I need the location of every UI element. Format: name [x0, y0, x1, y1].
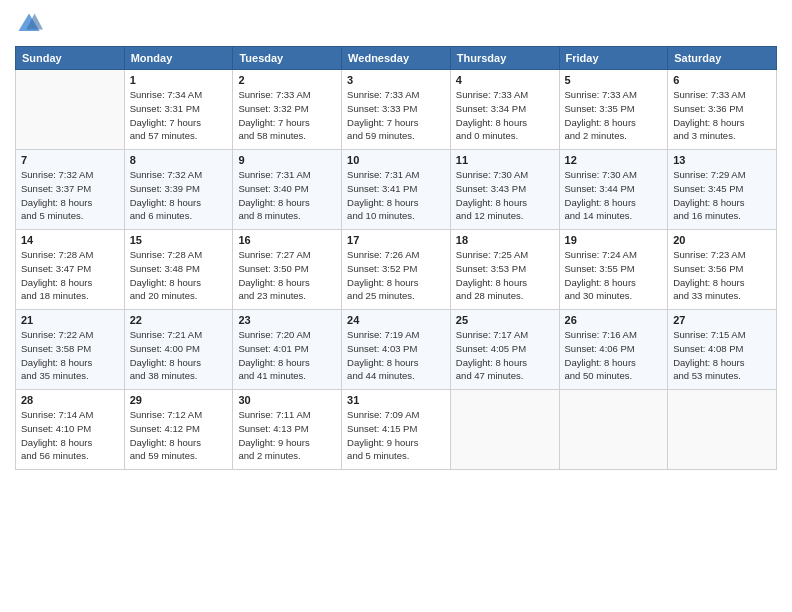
- calendar-cell: 16Sunrise: 7:27 AM Sunset: 3:50 PM Dayli…: [233, 230, 342, 310]
- day-number: 19: [565, 234, 663, 246]
- day-number: 27: [673, 314, 771, 326]
- day-number: 28: [21, 394, 119, 406]
- weekday-header-thursday: Thursday: [450, 47, 559, 70]
- day-number: 31: [347, 394, 445, 406]
- day-number: 13: [673, 154, 771, 166]
- day-number: 8: [130, 154, 228, 166]
- day-info: Sunrise: 7:34 AM Sunset: 3:31 PM Dayligh…: [130, 88, 228, 143]
- calendar-cell: [668, 390, 777, 470]
- day-number: 30: [238, 394, 336, 406]
- calendar-cell: 24Sunrise: 7:19 AM Sunset: 4:03 PM Dayli…: [342, 310, 451, 390]
- week-row-2: 7Sunrise: 7:32 AM Sunset: 3:37 PM Daylig…: [16, 150, 777, 230]
- calendar-cell: 17Sunrise: 7:26 AM Sunset: 3:52 PM Dayli…: [342, 230, 451, 310]
- calendar-cell: 3Sunrise: 7:33 AM Sunset: 3:33 PM Daylig…: [342, 70, 451, 150]
- weekday-header-friday: Friday: [559, 47, 668, 70]
- day-info: Sunrise: 7:33 AM Sunset: 3:33 PM Dayligh…: [347, 88, 445, 143]
- calendar-cell: 15Sunrise: 7:28 AM Sunset: 3:48 PM Dayli…: [124, 230, 233, 310]
- day-info: Sunrise: 7:27 AM Sunset: 3:50 PM Dayligh…: [238, 248, 336, 303]
- calendar-cell: [16, 70, 125, 150]
- calendar-cell: 31Sunrise: 7:09 AM Sunset: 4:15 PM Dayli…: [342, 390, 451, 470]
- day-info: Sunrise: 7:11 AM Sunset: 4:13 PM Dayligh…: [238, 408, 336, 463]
- day-number: 25: [456, 314, 554, 326]
- day-number: 20: [673, 234, 771, 246]
- calendar-cell: 25Sunrise: 7:17 AM Sunset: 4:05 PM Dayli…: [450, 310, 559, 390]
- calendar-cell: 5Sunrise: 7:33 AM Sunset: 3:35 PM Daylig…: [559, 70, 668, 150]
- day-number: 15: [130, 234, 228, 246]
- day-info: Sunrise: 7:24 AM Sunset: 3:55 PM Dayligh…: [565, 248, 663, 303]
- page-container: SundayMondayTuesdayWednesdayThursdayFrid…: [0, 0, 792, 612]
- day-info: Sunrise: 7:23 AM Sunset: 3:56 PM Dayligh…: [673, 248, 771, 303]
- day-info: Sunrise: 7:30 AM Sunset: 3:43 PM Dayligh…: [456, 168, 554, 223]
- calendar-cell: 9Sunrise: 7:31 AM Sunset: 3:40 PM Daylig…: [233, 150, 342, 230]
- day-number: 11: [456, 154, 554, 166]
- day-info: Sunrise: 7:14 AM Sunset: 4:10 PM Dayligh…: [21, 408, 119, 463]
- day-number: 3: [347, 74, 445, 86]
- day-info: Sunrise: 7:17 AM Sunset: 4:05 PM Dayligh…: [456, 328, 554, 383]
- calendar-cell: 6Sunrise: 7:33 AM Sunset: 3:36 PM Daylig…: [668, 70, 777, 150]
- day-info: Sunrise: 7:21 AM Sunset: 4:00 PM Dayligh…: [130, 328, 228, 383]
- calendar-cell: 23Sunrise: 7:20 AM Sunset: 4:01 PM Dayli…: [233, 310, 342, 390]
- logo-icon: [15, 10, 43, 38]
- day-info: Sunrise: 7:26 AM Sunset: 3:52 PM Dayligh…: [347, 248, 445, 303]
- calendar-cell: 13Sunrise: 7:29 AM Sunset: 3:45 PM Dayli…: [668, 150, 777, 230]
- day-info: Sunrise: 7:33 AM Sunset: 3:32 PM Dayligh…: [238, 88, 336, 143]
- day-info: Sunrise: 7:12 AM Sunset: 4:12 PM Dayligh…: [130, 408, 228, 463]
- day-info: Sunrise: 7:31 AM Sunset: 3:40 PM Dayligh…: [238, 168, 336, 223]
- week-row-3: 14Sunrise: 7:28 AM Sunset: 3:47 PM Dayli…: [16, 230, 777, 310]
- weekday-header-tuesday: Tuesday: [233, 47, 342, 70]
- day-number: 21: [21, 314, 119, 326]
- day-number: 7: [21, 154, 119, 166]
- day-info: Sunrise: 7:32 AM Sunset: 3:37 PM Dayligh…: [21, 168, 119, 223]
- day-info: Sunrise: 7:32 AM Sunset: 3:39 PM Dayligh…: [130, 168, 228, 223]
- weekday-header-sunday: Sunday: [16, 47, 125, 70]
- calendar-cell: 20Sunrise: 7:23 AM Sunset: 3:56 PM Dayli…: [668, 230, 777, 310]
- calendar-cell: 21Sunrise: 7:22 AM Sunset: 3:58 PM Dayli…: [16, 310, 125, 390]
- calendar-cell: 27Sunrise: 7:15 AM Sunset: 4:08 PM Dayli…: [668, 310, 777, 390]
- day-number: 22: [130, 314, 228, 326]
- day-info: Sunrise: 7:33 AM Sunset: 3:35 PM Dayligh…: [565, 88, 663, 143]
- day-number: 12: [565, 154, 663, 166]
- day-info: Sunrise: 7:22 AM Sunset: 3:58 PM Dayligh…: [21, 328, 119, 383]
- weekday-header-row: SundayMondayTuesdayWednesdayThursdayFrid…: [16, 47, 777, 70]
- day-info: Sunrise: 7:33 AM Sunset: 3:34 PM Dayligh…: [456, 88, 554, 143]
- calendar-cell: 4Sunrise: 7:33 AM Sunset: 3:34 PM Daylig…: [450, 70, 559, 150]
- calendar-cell: 7Sunrise: 7:32 AM Sunset: 3:37 PM Daylig…: [16, 150, 125, 230]
- day-number: 4: [456, 74, 554, 86]
- day-number: 16: [238, 234, 336, 246]
- week-row-4: 21Sunrise: 7:22 AM Sunset: 3:58 PM Dayli…: [16, 310, 777, 390]
- day-info: Sunrise: 7:25 AM Sunset: 3:53 PM Dayligh…: [456, 248, 554, 303]
- day-number: 29: [130, 394, 228, 406]
- calendar-cell: 19Sunrise: 7:24 AM Sunset: 3:55 PM Dayli…: [559, 230, 668, 310]
- calendar-cell: 29Sunrise: 7:12 AM Sunset: 4:12 PM Dayli…: [124, 390, 233, 470]
- day-info: Sunrise: 7:20 AM Sunset: 4:01 PM Dayligh…: [238, 328, 336, 383]
- calendar-cell: 10Sunrise: 7:31 AM Sunset: 3:41 PM Dayli…: [342, 150, 451, 230]
- calendar-cell: [559, 390, 668, 470]
- calendar-table: SundayMondayTuesdayWednesdayThursdayFrid…: [15, 46, 777, 470]
- calendar-cell: [450, 390, 559, 470]
- day-info: Sunrise: 7:30 AM Sunset: 3:44 PM Dayligh…: [565, 168, 663, 223]
- calendar-cell: 26Sunrise: 7:16 AM Sunset: 4:06 PM Dayli…: [559, 310, 668, 390]
- weekday-header-saturday: Saturday: [668, 47, 777, 70]
- calendar-cell: 2Sunrise: 7:33 AM Sunset: 3:32 PM Daylig…: [233, 70, 342, 150]
- calendar-cell: 11Sunrise: 7:30 AM Sunset: 3:43 PM Dayli…: [450, 150, 559, 230]
- week-row-1: 1Sunrise: 7:34 AM Sunset: 3:31 PM Daylig…: [16, 70, 777, 150]
- calendar-cell: 1Sunrise: 7:34 AM Sunset: 3:31 PM Daylig…: [124, 70, 233, 150]
- day-info: Sunrise: 7:28 AM Sunset: 3:48 PM Dayligh…: [130, 248, 228, 303]
- day-info: Sunrise: 7:15 AM Sunset: 4:08 PM Dayligh…: [673, 328, 771, 383]
- day-number: 18: [456, 234, 554, 246]
- day-number: 14: [21, 234, 119, 246]
- day-info: Sunrise: 7:28 AM Sunset: 3:47 PM Dayligh…: [21, 248, 119, 303]
- calendar-cell: 14Sunrise: 7:28 AM Sunset: 3:47 PM Dayli…: [16, 230, 125, 310]
- weekday-header-monday: Monday: [124, 47, 233, 70]
- logo: [15, 10, 47, 38]
- day-number: 6: [673, 74, 771, 86]
- day-number: 17: [347, 234, 445, 246]
- day-info: Sunrise: 7:33 AM Sunset: 3:36 PM Dayligh…: [673, 88, 771, 143]
- calendar-cell: 22Sunrise: 7:21 AM Sunset: 4:00 PM Dayli…: [124, 310, 233, 390]
- calendar-cell: 12Sunrise: 7:30 AM Sunset: 3:44 PM Dayli…: [559, 150, 668, 230]
- weekday-header-wednesday: Wednesday: [342, 47, 451, 70]
- day-info: Sunrise: 7:19 AM Sunset: 4:03 PM Dayligh…: [347, 328, 445, 383]
- calendar-cell: 8Sunrise: 7:32 AM Sunset: 3:39 PM Daylig…: [124, 150, 233, 230]
- day-number: 9: [238, 154, 336, 166]
- calendar-cell: 28Sunrise: 7:14 AM Sunset: 4:10 PM Dayli…: [16, 390, 125, 470]
